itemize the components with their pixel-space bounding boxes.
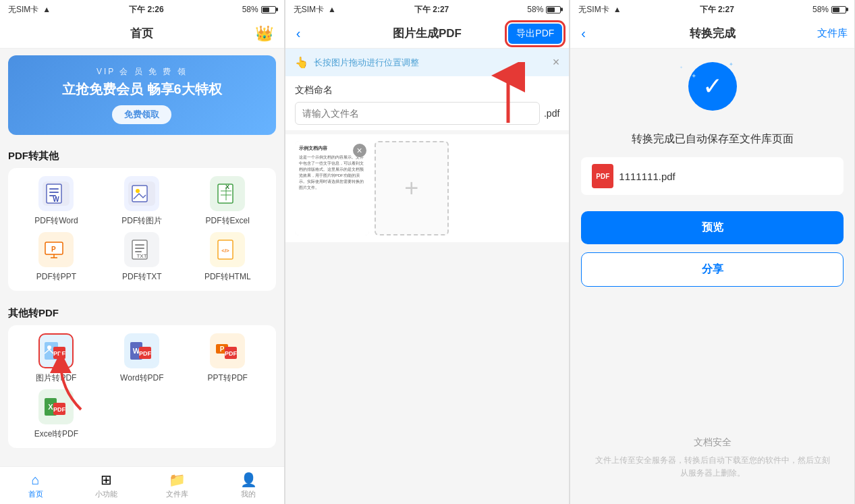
svg-text:X: X [225, 184, 229, 190]
excel-to-pdf-label: Excel转PDF [34, 428, 78, 440]
ppt-to-pdf-icon: PPDF [210, 333, 245, 368]
doc-name-input-row: .pdf [295, 102, 560, 125]
file-library-button[interactable]: 文件库 [817, 27, 848, 40]
export-pdf-button[interactable]: 导出PDF [508, 24, 562, 44]
add-image-button[interactable]: + [375, 141, 449, 235]
svg-text:P: P [220, 345, 225, 353]
time-1: 下午 2:26 [129, 4, 163, 16]
tab-profile[interactable]: 👤 我的 [213, 472, 284, 499]
image-to-pdf-label: 图片转PDF [36, 372, 76, 384]
screen2-content: 👆 长按图片拖动进行位置调整 × 文档命名 .pdf 示例文档内容 这是一个示 [285, 49, 570, 504]
success-area: ✦ ✦ ✦ ✓ [688, 62, 737, 121]
tab-home-label: 首页 [28, 489, 43, 499]
status-right-1: 58% [242, 5, 276, 14]
feature-pdf-to-word[interactable]: W PDF转Word [16, 176, 96, 227]
wifi-icon-1: ▲ [43, 5, 51, 14]
images-grid: 示例文档内容 这是一个示例文档的内容展示。文件中包含了一些文字信息，可以看到文档… [285, 134, 570, 242]
image-remove-1[interactable]: × [353, 144, 366, 157]
image-thumb-1: 示例文档内容 这是一个示例文档的内容展示。文件中包含了一些文字信息，可以看到文档… [295, 141, 369, 235]
crown-icon: 👑 [255, 25, 273, 43]
feature-pdf-to-excel[interactable]: X PDF转Excel [188, 176, 268, 227]
vip-subtitle: VIP 会 员 免 费 领 [19, 66, 265, 78]
excel-to-pdf-icon: XPDF [38, 389, 74, 424]
carrier-3: 无SIM卡 [578, 4, 609, 16]
feature-pdf-to-ppt[interactable]: P PDF转PPT [16, 232, 96, 283]
export-pdf-action: 导出PDF [508, 24, 562, 44]
tab-bar-1: ⌂ 首页 ⊞ 小功能 📁 文件库 👤 我的 [0, 466, 284, 504]
nav-bar-3: ‹ 转换完成 文件库 [570, 19, 854, 49]
home-icon: ⌂ [32, 472, 40, 488]
svg-text:PDF: PDF [53, 350, 66, 357]
ppt-to-pdf-label: PPT转PDF [208, 372, 248, 384]
feature-word-to-pdf[interactable]: WPDF Word转PDF [102, 333, 182, 384]
other-to-pdf-grid: PDF 图片转PDF WPDF Word转PDF PPDF PPT转PDF [8, 325, 276, 448]
features-icon: ⊞ [101, 472, 112, 488]
files-icon: 📁 [169, 472, 186, 488]
tip-text: 长按图片拖动进行位置调整 [314, 57, 553, 69]
image-to-pdf-icon: PDF [38, 333, 74, 368]
svg-rect-3 [49, 192, 59, 193]
screen3-content: ✦ ✦ ✦ ✓ 转换完成已自动保存至文件库页面 PDF 1111111.pdf … [570, 49, 854, 504]
feature-pdf-to-txt[interactable]: TXT PDF转TXT [102, 232, 182, 283]
pdf-to-txt-icon: TXT [124, 232, 159, 267]
tip-close-button[interactable]: × [553, 55, 560, 69]
pdf-to-excel-icon: X [210, 176, 245, 211]
battery-percent-2: 58% [527, 5, 543, 14]
pdf-to-other-grid: W PDF转Word PDF转图片 X PDF转Excel [8, 168, 276, 291]
file-info: PDF 1111111.pdf [581, 157, 844, 195]
feature-pdf-to-html[interactable]: </> PDF转HTML [188, 232, 268, 283]
time-3: 下午 2:27 [700, 4, 734, 16]
screen1-content: VIP 会 员 免 费 领 立抢免费会员 畅享6大特权 免费领取 PDF转其他 … [0, 49, 284, 466]
doc-name-section: 文档命名 .pdf [285, 76, 570, 130]
pdf-to-excel-label: PDF转Excel [206, 215, 250, 227]
feature-excel-to-pdf[interactable]: XPDF Excel转PDF [16, 389, 96, 440]
vip-banner[interactable]: VIP 会 员 免 费 领 立抢免费会员 畅享6大特权 免费领取 [8, 55, 276, 135]
wifi-icon-3: ▲ [613, 5, 622, 14]
preview-button[interactable]: 预览 [581, 211, 844, 244]
tab-files[interactable]: 📁 文件库 [142, 472, 213, 499]
status-left-1: 无SIM卡 ▲ [8, 4, 51, 16]
section-title-pdf-to-other: PDF转其他 [0, 142, 284, 168]
screen2-wrapper: 👆 长按图片拖动进行位置调整 × 文档命名 .pdf 示例文档内容 这是一个示 [285, 49, 570, 504]
pdf-to-image-label: PDF转图片 [121, 215, 162, 227]
svg-rect-2 [49, 188, 59, 190]
nav-title-1: 首页 [130, 26, 153, 41]
hand-icon: 👆 [295, 56, 308, 69]
pdf-to-word-icon: W [38, 176, 74, 211]
doc-ext: .pdf [544, 108, 559, 119]
tab-files-label: 文件库 [166, 489, 188, 499]
svg-rect-22 [135, 244, 144, 246]
profile-icon: 👤 [240, 472, 257, 488]
screen1-panel: 无SIM卡 ▲ 下午 2:26 58% 首页 👑 VIP 会 员 免 费 领 立… [0, 0, 285, 504]
vip-claim-button[interactable]: 免费领取 [112, 105, 171, 124]
back-button-2[interactable]: ‹ [296, 26, 301, 41]
svg-text:</>: </> [221, 248, 229, 254]
wifi-icon-2: ▲ [328, 5, 336, 14]
back-button-3[interactable]: ‹ [581, 26, 586, 41]
nav-bar-1: 首页 👑 [0, 19, 284, 49]
share-button[interactable]: 分享 [581, 252, 844, 287]
svg-text:PDF: PDF [53, 406, 66, 413]
tab-features[interactable]: ⊞ 小功能 [71, 472, 142, 499]
pdf-to-image-icon [124, 176, 159, 211]
svg-rect-24 [135, 251, 142, 252]
success-text: 转换完成已自动保存至文件库页面 [632, 132, 794, 146]
battery-percent-3: 58% [812, 5, 829, 14]
feature-pdf-to-image[interactable]: PDF转图片 [102, 176, 182, 227]
battery-icon-2 [546, 6, 561, 13]
nav-title-2: 图片生成PDF [393, 26, 462, 41]
file-name: 1111111.pdf [619, 171, 675, 182]
feature-ppt-to-pdf[interactable]: PPDF PPT转PDF [188, 333, 268, 384]
screen1-wrapper: VIP 会 员 免 费 领 立抢免费会员 畅享6大特权 免费领取 PDF转其他 … [0, 49, 284, 504]
status-left-2: 无SIM卡 ▲ [294, 4, 336, 16]
svg-rect-23 [135, 248, 144, 249]
pdf-to-ppt-icon: P [38, 232, 74, 267]
vip-title: 立抢免费会员 畅享6大特权 [19, 80, 265, 99]
tab-home[interactable]: ⌂ 首页 [0, 472, 71, 499]
svg-text:PDF: PDF [225, 350, 238, 357]
doc-name-input[interactable] [295, 102, 540, 125]
pdf-to-html-label: PDF转HTML [204, 271, 251, 283]
feature-image-to-pdf[interactable]: PDF 图片转PDF [16, 333, 96, 384]
time-2: 下午 2:27 [414, 4, 449, 16]
security-section: 文档安全 文件上传至安全服务器，转换后自动下载至您的软件中，然后立刻从服务器上删… [581, 426, 844, 491]
